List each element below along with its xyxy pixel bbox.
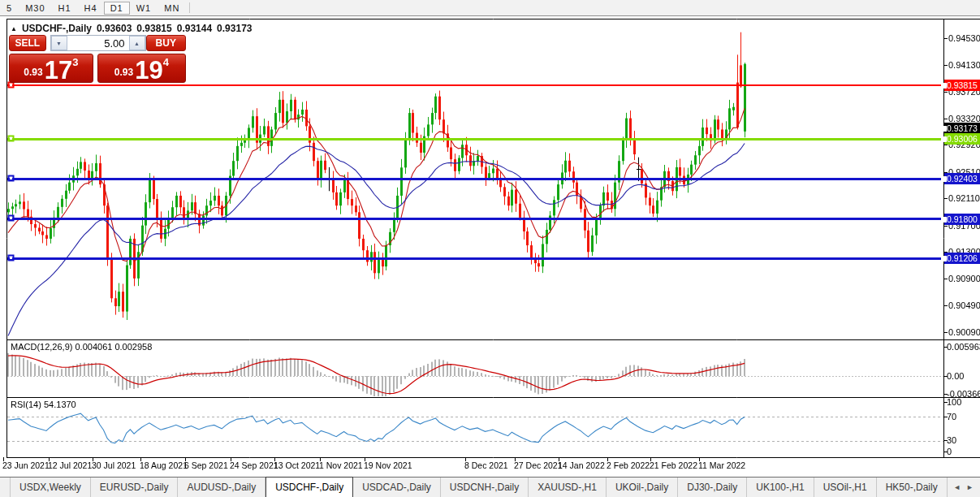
date-axis-label: 30 Jul 2021 [92,460,136,470]
ohlc-high: 0.93815 [136,23,171,34]
ohlc-open: 0.93603 [97,23,132,34]
timeframe-w1[interactable]: W1 [130,2,158,15]
macd-header: MACD(12,26,9) 0.004061 0.002958 [11,342,152,352]
date-axis-label: 11 Mar 2022 [698,460,745,470]
tab-scroll-right-icon[interactable]: ► [966,483,974,491]
price-axis-label: 0.94530 [948,33,980,43]
price-axis-badge: 0.91800 [944,214,980,225]
date-axis-label: 13 Oct 2021 [274,460,320,470]
chart-tab-usdcad-daily[interactable]: USDCAD-,Daily [353,478,441,497]
rsi-axis-label: 70 [947,412,956,421]
rsi-axis-label: 0 [947,447,952,456]
date-axis-label: 8 Dec 2021 [464,460,508,470]
toolbar-divider [189,2,190,13]
window-expand-icon[interactable]: ▲ [11,25,17,32]
date-axis-label: 24 Sep 2021 [230,460,278,470]
tab-scroll-controls: ◄► [953,478,980,497]
price-axis-badge: 0.93173 [944,123,980,134]
chart-tab-eurusd-daily[interactable]: EURUSD-,Daily [91,478,179,497]
volume-stepper: ▼ ▲ [50,35,146,51]
timeframe-h4[interactable]: H4 [78,2,104,15]
buy-price-prefix: 0.93 [114,67,133,78]
timeframe-m30[interactable]: M30 [19,2,51,15]
ohlc-close: 0.93173 [217,23,252,34]
timeframe-mn[interactable]: MN [158,2,186,15]
date-axis-label: 14 Jan 2022 [558,460,605,470]
chart-tab-usoil-h1[interactable]: USOil-,H1 [814,478,877,497]
volume-decrease-button[interactable]: ▼ [51,36,67,50]
price-axis-label: 0.94130 [948,60,980,70]
sell-price-prefix: 0.93 [24,67,42,78]
chart-title: ▲ USDCHF-,Daily 0.93603 0.93815 0.93144 … [11,23,253,34]
date-axis-label: 21 Feb 2022 [650,460,697,470]
sell-price-button[interactable]: 0.93 17 3 [9,54,93,83]
price-axis-label: 0.90090 [948,327,980,337]
chart-tab-dj30-daily[interactable]: DJ30-,Daily [678,478,747,497]
date-axis-label: 1 Nov 2021 [319,460,363,470]
sell-price-pip: 3 [72,56,78,68]
chart-tab-usdx-weekly[interactable]: USDX,Weekly [10,478,91,497]
chart-tab-bar: USDX,WeeklyEURUSD-,DailyAUDUSD-,DailyUSD… [0,477,980,497]
price-axis-label: 0.90900 [948,274,980,283]
chart-tab-xauusd-h1[interactable]: XAUUSD-,H1 [529,478,607,497]
chart-tab-audusd-daily[interactable]: AUDUSD-,Daily [178,478,266,497]
macd-axis-label: 0.005963 [947,342,980,352]
chart-tab-usdcnh-daily[interactable]: USDCNH-,Daily [441,478,529,497]
timeframe-h1[interactable]: H1 [52,2,78,15]
ohlc-low: 0.93144 [177,23,212,34]
price-axis-label: 0.92110 [948,193,980,203]
price-axis-badge: 0.93815 [944,80,980,91]
buy-price-big: 19 [135,60,162,81]
macd-value: 0.004061 [75,342,112,352]
sell-button[interactable]: SELL [9,35,46,51]
date-axis-label: 18 Aug 2021 [140,460,188,470]
volume-input[interactable] [67,36,129,50]
rsi-axis-label: 100 [947,397,961,407]
chart-tab-uk100-h1[interactable]: UK100-,H1 [747,478,814,497]
volume-increase-button[interactable]: ▲ [129,36,145,50]
price-axis-badge: 0.91206 [944,253,980,264]
date-axis-label: 12 Jul 2021 [48,460,92,470]
buy-price-pip: 4 [163,56,169,68]
price-axis-label: 0.90490 [948,300,980,310]
price-axis-badge: 0.93006 [944,133,980,145]
date-axis-label: 27 Dec 2021 [514,460,563,470]
date-axis-label: 19 Nov 2021 [364,460,412,470]
timeframe-5[interactable]: 5 [0,2,19,15]
chart-tab-ukoil-daily[interactable]: UKOil-,Daily [607,478,678,497]
sell-price-big: 17 [45,60,72,81]
date-axis-label: 2 Feb 2022 [607,460,650,470]
buy-price-button[interactable]: 0.93 19 4 [97,54,186,83]
chart-symbol-period: USDCHF-,Daily [22,23,92,34]
date-axis-label: 6 Sep 2021 [184,460,228,470]
macd-signal-value: 0.002958 [114,342,152,352]
trading-terminal-window: 5M30H1H4D1W1MN ▲ USDCHF-,Daily 0.93603 0… [0,0,980,497]
macd-axis-label: 0.00 [947,371,964,381]
one-click-trading-panel: SELL ▼ ▲ BUY 0.93 17 3 0.93 19 4 [9,35,186,83]
timeframe-toolbar: 5M30H1H4D1W1MN [0,0,980,16]
tab-scroll-left-icon[interactable]: ◄ [953,483,961,491]
rsi-header: RSI(14) 54.1370 [11,400,76,409]
timeframe-d1[interactable]: D1 [104,2,130,15]
price-axis-badge: 0.92403 [944,173,980,184]
buy-button[interactable]: BUY [146,35,186,51]
date-axis-label: 23 Jun 2021 [2,460,50,470]
rsi-value: 54.1370 [44,400,76,409]
rsi-axis-label: 30 [947,435,956,445]
chart-tab-hk50-daily[interactable]: HK50-,Daily [877,478,948,497]
chart-tab-usdchf-daily[interactable]: USDCHF-,Daily [266,477,353,497]
